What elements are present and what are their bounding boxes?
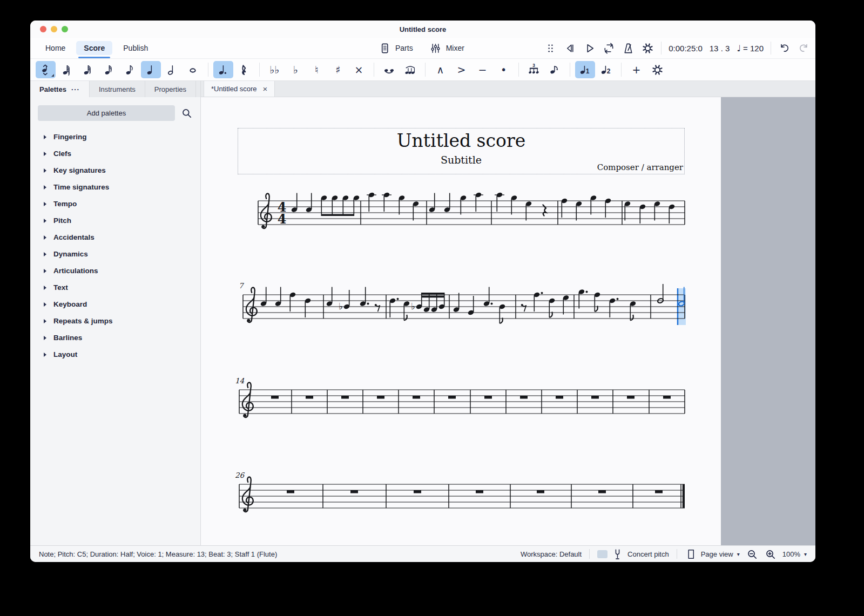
document-tab[interactable]: *Untitled score ×	[204, 81, 275, 97]
treble-clef	[242, 383, 253, 418]
whole-rest	[377, 396, 384, 399]
tuplet-button[interactable]: 3	[524, 61, 544, 78]
concert-pitch-toggle[interactable]	[597, 550, 608, 558]
treble-clef	[242, 477, 253, 512]
toolbar-separator	[374, 63, 374, 77]
sharp-button[interactable]: ♯	[328, 61, 348, 78]
palette-item-barlines[interactable]: Barlines	[30, 329, 200, 346]
palette-item-articulations[interactable]: Articulations	[30, 262, 200, 279]
tab-home[interactable]: Home	[38, 41, 73, 55]
palette-item-clefs[interactable]: Clefs	[30, 145, 200, 162]
minimize-window-button[interactable]	[51, 26, 57, 32]
palette-item-layout[interactable]: Layout	[30, 346, 200, 363]
flat-button[interactable]: ♭	[286, 61, 306, 78]
zoom-out-button[interactable]	[746, 548, 758, 560]
customize-toolbar-button[interactable]	[647, 61, 667, 78]
svg-text:♭: ♭	[339, 301, 343, 312]
palette-item-repeats-jumps[interactable]: Repeats & jumps	[30, 313, 200, 329]
concert-pitch-control[interactable]: Concert pitch	[597, 548, 669, 560]
tempo-note-icon: ♩	[737, 43, 741, 53]
add-button[interactable]: +	[626, 61, 646, 78]
palette-item-tempo[interactable]: Tempo	[30, 195, 200, 212]
note-whole-button[interactable]	[183, 61, 203, 78]
whole-rest	[306, 396, 313, 399]
palette-item-accidentals[interactable]: Accidentals	[30, 229, 200, 246]
palette-item-dynamics[interactable]: Dynamics	[30, 246, 200, 262]
zoom-window-button[interactable]	[62, 26, 68, 32]
double-sharp-button[interactable]: ×	[349, 61, 369, 78]
note-8th-button[interactable]	[120, 61, 140, 78]
sharp-icon: ♯	[335, 65, 340, 75]
tie-button[interactable]	[379, 61, 399, 78]
rest-button[interactable]	[234, 61, 254, 78]
double-flat-icon: ♭♭	[270, 65, 280, 75]
zoom-level-label: 100%	[782, 550, 800, 558]
note-16th-button[interactable]	[99, 61, 119, 78]
palette-item-key-signatures[interactable]: Key signatures	[30, 162, 200, 179]
mixer-icon	[429, 42, 442, 55]
palettes-menu-icon[interactable]: ···	[71, 85, 80, 93]
palette-item-text[interactable]: Text	[30, 279, 200, 296]
note-quarter-button[interactable]	[141, 61, 161, 78]
note-half-icon	[166, 64, 178, 76]
panel-tab-properties[interactable]: Properties	[145, 81, 196, 97]
panel-tab-instruments[interactable]: Instruments	[90, 81, 145, 97]
marcato-button[interactable]: ∧	[430, 61, 450, 78]
staccato-button[interactable]: •	[494, 61, 514, 78]
metronome-button[interactable]	[622, 42, 634, 55]
rewind-button[interactable]	[564, 42, 576, 55]
double-flat-button[interactable]: ♭♭	[265, 61, 285, 78]
zoom-in-button[interactable]	[764, 548, 777, 560]
flat-icon: ♭	[293, 65, 298, 75]
playback-settings-button[interactable]	[642, 42, 654, 55]
search-palettes-button[interactable]	[180, 107, 193, 119]
undo-button[interactable]	[778, 42, 791, 55]
whole-rest	[556, 396, 563, 399]
palette-item-label: Clefs	[53, 150, 71, 158]
tab-score[interactable]: Score	[76, 41, 112, 55]
mixer-button[interactable]: Mixer	[429, 42, 464, 55]
workspace-button[interactable]: Workspace: Default	[521, 550, 582, 558]
voice-2-button[interactable]: 2	[596, 61, 616, 78]
slur-button[interactable]	[400, 61, 420, 78]
redo-button[interactable]	[798, 42, 810, 55]
palette-item-pitch[interactable]: Pitch	[30, 212, 200, 229]
toolbar-separator	[518, 63, 519, 77]
palette-item-time-signatures[interactable]: Time signatures	[30, 179, 200, 195]
flip-direction-button[interactable]	[545, 61, 565, 78]
whole-rest	[448, 396, 456, 399]
zoom-level-select[interactable]: 100% ▾	[782, 550, 807, 558]
play-button[interactable]	[583, 42, 596, 55]
note-32nd-button[interactable]	[78, 61, 98, 78]
add-palettes-button[interactable]: Add palettes	[38, 105, 175, 121]
note-half-button[interactable]	[162, 61, 182, 78]
menubar: HomeScorePublish Parts Mixer 0	[30, 38, 815, 58]
tab-publish[interactable]: Publish	[116, 41, 156, 55]
loop-playback-button[interactable]	[603, 42, 615, 55]
note-64th-icon	[60, 64, 73, 76]
note-input-icon	[39, 64, 52, 76]
svg-text:♭: ♭	[411, 301, 415, 312]
voice-1-button[interactable]: 1	[575, 61, 595, 78]
natural-button[interactable]: ♮	[307, 61, 327, 78]
close-window-button[interactable]	[40, 26, 46, 32]
score-title[interactable]: Untitled score	[238, 130, 684, 151]
note-64th-button[interactable]	[57, 61, 77, 78]
panel-tab-palettes[interactable]: Palettes···	[30, 81, 90, 97]
chevron-right-icon	[44, 185, 46, 189]
note-input-button[interactable]	[36, 61, 56, 78]
chevron-right-icon	[44, 135, 46, 139]
view-mode-select[interactable]: Page view ▾	[685, 548, 740, 560]
palette-item-fingering[interactable]: Fingering	[30, 128, 200, 145]
score-composer[interactable]: Composer / arranger	[597, 163, 683, 172]
palette-item-keyboard[interactable]: Keyboard	[30, 296, 200, 313]
drag-handle-icon[interactable]	[544, 42, 557, 55]
staff-system: 7♭♭	[239, 281, 686, 325]
separator	[771, 42, 771, 55]
accent-button[interactable]: >	[451, 61, 471, 78]
augmentation-dot-button[interactable]	[213, 61, 233, 78]
close-tab-icon[interactable]: ×	[263, 85, 268, 93]
tenuto-button[interactable]: −	[473, 61, 492, 78]
parts-button[interactable]: Parts	[379, 42, 413, 55]
separator	[661, 42, 662, 55]
